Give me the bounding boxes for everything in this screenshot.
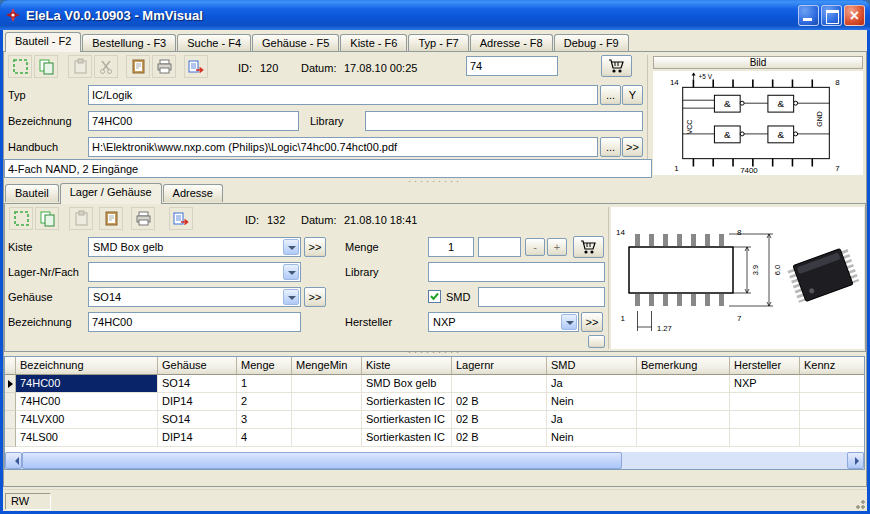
table-cell[interactable] [800, 411, 865, 429]
paste-button[interactable] [68, 55, 92, 78]
table-cell[interactable] [800, 393, 865, 411]
table-cell[interactable]: 74LVX00 [16, 411, 158, 429]
column-header[interactable]: SMD [547, 357, 637, 375]
table-cell[interactable]: 2 [237, 393, 292, 411]
column-header[interactable]: Kiste [362, 357, 452, 375]
column-header[interactable]: Hersteller [730, 357, 800, 375]
gehaeuse-dropdown-icon[interactable] [283, 289, 299, 305]
splitter-handle-2[interactable] [380, 348, 490, 356]
bezeichnung-field-2[interactable] [88, 312, 301, 332]
table-cell[interactable]: DIP14 [158, 393, 237, 411]
table-cell[interactable] [292, 429, 362, 447]
table-cell[interactable]: NXP [730, 375, 800, 393]
splitter-handle[interactable] [380, 177, 490, 185]
tab-kiste[interactable]: Kiste - F6 [340, 34, 407, 51]
table-cell[interactable]: 4 [237, 429, 292, 447]
handbuch-field[interactable] [88, 137, 598, 157]
column-header[interactable]: Gehäuse [158, 357, 237, 375]
hersteller-combo[interactable]: NXP [428, 312, 579, 332]
bild-header[interactable]: Bild [653, 56, 863, 69]
search-input[interactable] [466, 56, 558, 76]
typ-browse-button[interactable]: ... [600, 85, 621, 105]
gehaeuse-combo[interactable]: SO14 [88, 287, 301, 307]
column-header[interactable]: Bemerkung [637, 357, 730, 375]
table-cell[interactable] [292, 375, 362, 393]
smd-checkbox[interactable] [428, 290, 441, 303]
handbuch-browse-button[interactable]: ... [600, 137, 621, 157]
column-header[interactable]: Lagernr [452, 357, 547, 375]
table-cell[interactable]: 74LS00 [16, 429, 158, 447]
parts-grid[interactable]: BezeichnungGehäuseMengeMengeMinKisteLage… [4, 356, 865, 470]
table-cell[interactable]: 3 [237, 411, 292, 429]
library-field-2[interactable] [428, 262, 605, 282]
table-cell[interactable]: SO14 [158, 375, 237, 393]
tab-adresse[interactable]: Adresse - F8 [470, 34, 553, 51]
horizontal-scrollbar[interactable] [5, 452, 864, 469]
scroll-thumb[interactable] [22, 452, 622, 469]
report-button-2[interactable] [99, 207, 123, 230]
library-field[interactable] [365, 111, 643, 131]
column-header[interactable]: Kennz [800, 357, 865, 375]
copy-record-button[interactable] [34, 55, 58, 78]
table-cell[interactable]: Sortierkasten IC [362, 429, 452, 447]
new-record-button-2[interactable] [9, 207, 33, 230]
tab-gehaeuse[interactable]: Gehäuse - F5 [252, 34, 339, 51]
table-cell[interactable]: 02 B [452, 393, 547, 411]
kiste-dropdown-icon[interactable] [283, 239, 299, 255]
cart-button[interactable] [601, 55, 632, 77]
typ-y-button[interactable]: Y [622, 85, 643, 105]
menge-minus-button[interactable]: - [525, 238, 545, 256]
table-row[interactable]: 74HC00SO141SMD Box gelbJaNXP [5, 375, 864, 393]
close-button[interactable] [844, 5, 865, 26]
table-cell[interactable]: 02 B [452, 411, 547, 429]
table-row[interactable]: 74HC00DIP142Sortierkasten IC02 BNein [5, 393, 864, 411]
subtab-bauteil[interactable]: Bauteil [5, 184, 59, 202]
table-row[interactable]: 74LVX00SO143Sortierkasten IC02 BJa [5, 411, 864, 429]
minimize-button[interactable] [798, 5, 819, 26]
title-bar[interactable]: EleLa V0.0.10903 - MmVisual [0, 0, 870, 30]
typ-field[interactable] [88, 85, 598, 105]
print-button[interactable] [152, 55, 176, 78]
tab-debug[interactable]: Debug - F9 [554, 34, 629, 51]
table-cell[interactable] [292, 411, 362, 429]
tab-typ[interactable]: Typ - F7 [408, 34, 468, 51]
table-cell[interactable] [800, 429, 865, 447]
subtab-adresse[interactable]: Adresse [163, 184, 223, 202]
subtab-lager-gehaeuse[interactable]: Lager / Gehäuse [60, 183, 162, 204]
kiste-combo[interactable]: SMD Box gelb [88, 237, 301, 257]
table-cell[interactable]: Ja [547, 411, 637, 429]
table-cell[interactable]: SMD Box gelb [362, 375, 452, 393]
scroll-left-button[interactable] [5, 452, 22, 469]
column-header[interactable]: Bezeichnung [16, 357, 158, 375]
table-row[interactable]: 74LS00DIP144Sortierkasten IC02 BNein [5, 429, 864, 447]
table-cell[interactable] [637, 411, 730, 429]
bezeichnung-field[interactable] [88, 111, 299, 131]
new-record-button[interactable] [8, 55, 32, 78]
scroll-right-button[interactable] [847, 452, 864, 469]
table-cell[interactable]: 74HC00 [16, 393, 158, 411]
export-button[interactable] [184, 55, 208, 78]
table-cell[interactable]: Nein [547, 393, 637, 411]
table-cell[interactable]: 02 B [452, 429, 547, 447]
tab-bauteil[interactable]: Bauteil - F2 [5, 32, 81, 52]
table-cell[interactable] [637, 393, 730, 411]
report-button[interactable] [126, 55, 150, 78]
beschreibung-field[interactable] [4, 159, 652, 178]
tab-bestellung[interactable]: Bestellung - F3 [82, 34, 176, 51]
table-cell[interactable]: DIP14 [158, 429, 237, 447]
lagernr-combo[interactable] [88, 262, 301, 282]
kiste-open-button[interactable]: >> [304, 237, 326, 257]
table-cell[interactable]: 1 [237, 375, 292, 393]
menge-delta-field[interactable] [478, 237, 521, 257]
table-cell[interactable] [730, 411, 800, 429]
hersteller-open-button[interactable]: >> [581, 312, 603, 332]
column-header[interactable]: MengeMin [292, 357, 362, 375]
menge-plus-button[interactable]: + [547, 238, 567, 256]
maximize-button[interactable] [821, 5, 842, 26]
export-button-2[interactable] [169, 207, 193, 230]
cart-button-2[interactable] [573, 236, 604, 258]
table-cell[interactable]: Sortierkasten IC [362, 411, 452, 429]
cut-button[interactable] [94, 55, 118, 78]
table-cell[interactable] [730, 429, 800, 447]
gehaeuse-open-button[interactable]: >> [304, 287, 326, 307]
